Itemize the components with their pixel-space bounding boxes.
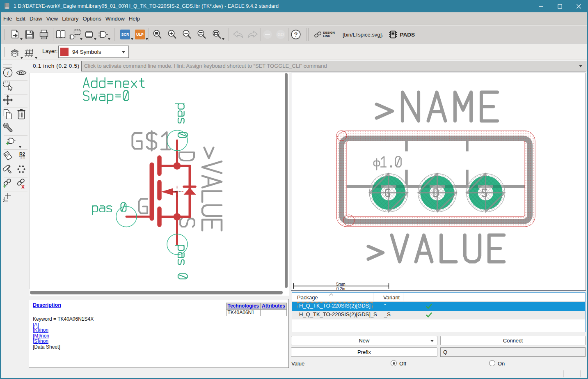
menu-view[interactable]: View xyxy=(44,16,60,22)
vertical-scrollbar[interactable] xyxy=(284,73,289,289)
zoom-fit-icon xyxy=(152,29,163,40)
package-table[interactable]: Package Variant H_Q_TK_TO-220SIS(2)[GDS]… xyxy=(292,292,586,332)
drill-size-text xyxy=(374,157,401,170)
package-row-selected[interactable]: H_Q_TK_TO-220SIS(2)[GDS] " xyxy=(292,302,585,311)
pin-text-gate xyxy=(92,203,126,215)
device-button[interactable] xyxy=(68,28,82,41)
command-line-placeholder: Click to activate command line mode. Hin… xyxy=(84,63,327,69)
undo-button[interactable] xyxy=(231,28,245,41)
horizontal-scrollbar-thumb[interactable] xyxy=(30,291,283,294)
delete-tool[interactable] xyxy=(15,108,27,120)
datasheet-text: [Data Sheet] xyxy=(33,345,94,350)
library-button[interactable] xyxy=(54,28,68,41)
go-button[interactable]: GO xyxy=(274,28,288,41)
zoom-out-icon xyxy=(182,29,192,40)
vertical-scrollbar-thumb[interactable] xyxy=(285,73,288,288)
stop-button[interactable] xyxy=(261,28,275,41)
horizontal-scrollbar[interactable] xyxy=(30,289,289,296)
svg-text:+: + xyxy=(3,182,7,189)
add-gate-tool[interactable]: + xyxy=(2,136,18,148)
print-button[interactable] xyxy=(37,28,51,41)
pad-d[interactable] xyxy=(417,172,458,213)
package-row[interactable]: H_Q_TK_TO-220SIS(2)[GDS]_S _S xyxy=(292,311,585,319)
package-canvas[interactable]: 5mm0.2in xyxy=(291,73,586,291)
copy-tool[interactable] xyxy=(2,108,14,120)
group-tool[interactable] xyxy=(2,80,14,92)
link-s-non[interactable]: [S]/non xyxy=(33,338,48,344)
ltspice-button[interactable]: [bin/LTspice.svg] xyxy=(343,28,384,41)
description-link[interactable]: Description xyxy=(33,302,61,308)
value-off-radio[interactable] xyxy=(391,360,397,366)
menu-file[interactable]: File xyxy=(1,16,14,22)
package-panel: Package Variant H_Q_TK_TO-220SIS(2)[GDS]… xyxy=(289,291,587,369)
command-line-input[interactable]: Click to activate command line mode. Hin… xyxy=(81,61,586,71)
link-add-tool[interactable]: + xyxy=(2,177,14,189)
move-tool[interactable] xyxy=(2,94,14,106)
column-package[interactable]: Package xyxy=(297,294,318,301)
link-m-non[interactable]: [M]/non xyxy=(33,333,49,339)
menu-window[interactable]: Window xyxy=(103,16,127,22)
prefix-button[interactable]: Prefix xyxy=(291,347,437,357)
link-a[interactable]: [A] xyxy=(33,322,39,328)
symbol-canvas[interactable] xyxy=(30,73,284,289)
save-icon xyxy=(24,29,35,40)
zoom-redraw-button[interactable] xyxy=(210,28,224,41)
pad-g[interactable] xyxy=(368,172,409,213)
layer-combobox[interactable]: 94 Symbols xyxy=(58,46,129,58)
minimize-button[interactable] xyxy=(531,0,550,12)
name-tool[interactable] xyxy=(2,150,14,162)
move-icon xyxy=(2,94,14,106)
prefix-input[interactable]: Q xyxy=(440,347,586,357)
value-on-radio[interactable] xyxy=(489,360,495,366)
save-button[interactable] xyxy=(23,28,37,41)
link-k-non[interactable]: [K]/non xyxy=(33,327,48,333)
attributes-header[interactable]: Attributes xyxy=(261,303,287,310)
link-remove-tool[interactable]: x xyxy=(15,177,27,189)
menu-options[interactable]: Options xyxy=(80,16,103,22)
radio-dot xyxy=(393,362,395,365)
description-panel: Description Technologies Attributes TK40… xyxy=(29,299,289,368)
close-button[interactable] xyxy=(569,0,588,12)
design-link-button[interactable]: DESIGNLINK xyxy=(313,28,335,41)
layer-selected: 94 Symbols xyxy=(72,49,101,55)
mark-tool[interactable] xyxy=(2,191,14,203)
new-button-label: New xyxy=(359,338,369,344)
attribute-value xyxy=(261,310,287,316)
menu-edit[interactable]: Edit xyxy=(14,16,27,22)
package-button[interactable] xyxy=(82,28,96,41)
redo-button[interactable] xyxy=(246,28,260,41)
zoom-select-button[interactable] xyxy=(195,28,209,41)
new-button[interactable]: New xyxy=(291,336,437,345)
layer-settings-button[interactable] xyxy=(8,46,22,60)
mosfet-symbol[interactable] xyxy=(126,140,196,244)
pads-button[interactable]: PADS xyxy=(389,28,415,41)
column-variant[interactable]: Variant xyxy=(383,294,400,301)
show-tool[interactable] xyxy=(15,67,27,79)
change-icon xyxy=(2,122,14,133)
help-button[interactable]: ? xyxy=(289,28,303,41)
value-tool[interactable]: R210k xyxy=(16,150,28,162)
paste-tool[interactable] xyxy=(2,163,14,175)
menu-library[interactable]: Library xyxy=(60,16,80,22)
command-row: 0.1 inch (0.2 0.5) Click to activate com… xyxy=(1,60,587,73)
change-tool[interactable] xyxy=(2,122,14,134)
maximize-button[interactable] xyxy=(550,0,569,12)
pin-label-gate xyxy=(139,199,148,214)
connect-button[interactable]: Connect xyxy=(440,336,586,345)
zoom-in-button[interactable] xyxy=(165,28,179,41)
zoom-fit-button[interactable] xyxy=(151,28,165,41)
symbol-button[interactable] xyxy=(96,28,110,41)
smash-tool[interactable] xyxy=(15,163,27,175)
menu-help[interactable]: Help xyxy=(127,16,142,22)
value-on-label: On xyxy=(498,361,505,367)
open-library-button[interactable] xyxy=(8,28,22,41)
pad-s[interactable] xyxy=(465,172,506,213)
technologies-header[interactable]: Technologies xyxy=(226,303,260,310)
pads-icon xyxy=(389,30,397,39)
zoom-out-button[interactable] xyxy=(180,28,194,41)
grid-button[interactable] xyxy=(22,46,36,60)
script-button[interactable]: SCR xyxy=(118,28,132,41)
menu-draw[interactable]: Draw xyxy=(27,16,44,22)
info-tool[interactable]: i xyxy=(2,67,14,79)
ulp-button[interactable]: ULP xyxy=(133,28,147,41)
